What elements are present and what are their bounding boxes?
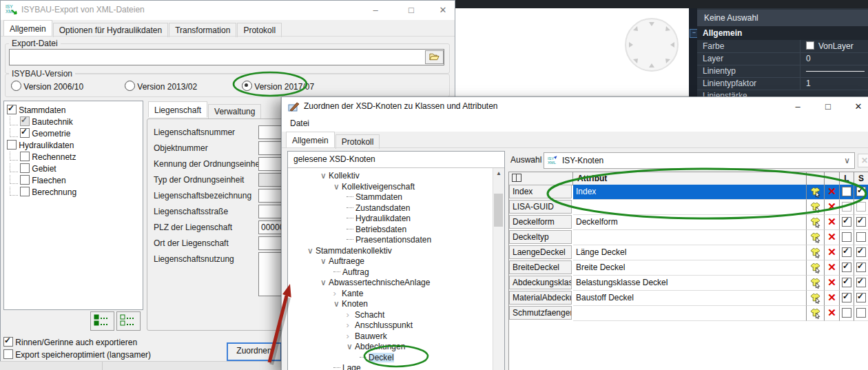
attribute-picker-icon[interactable]	[810, 202, 820, 213]
l-checkbox-cell[interactable]	[839, 291, 854, 306]
main-tab-0[interactable]: Allgemein	[3, 20, 52, 36]
xsd-tree-item-stammdatenkollektiv[interactable]: ∨Stammdatenkollektiv	[307, 246, 392, 256]
row-header-deckelform[interactable]: Deckelform	[509, 215, 572, 229]
xsd-tree-item-lage[interactable]: Lage	[333, 363, 361, 370]
s-checkbox[interactable]	[856, 187, 866, 196]
radio-icon[interactable]	[242, 81, 252, 91]
row-header-index[interactable]: Index	[509, 185, 572, 198]
property-row-3[interactable]: Linientypfaktor1	[697, 77, 868, 90]
l-checkbox[interactable]	[842, 202, 851, 212]
tree-checkbox[interactable]	[20, 175, 30, 185]
xsd-tree-item-knoten[interactable]: ∨Knoten	[333, 299, 368, 309]
xsd-tree-item-stammdaten[interactable]: Stammdaten	[347, 192, 402, 202]
option-checkbox-1[interactable]: Export speicheroptimiert (langsamer)	[3, 349, 151, 360]
column-header-name[interactable]	[509, 172, 573, 185]
clear-attribute-cell[interactable]: ✕	[824, 200, 839, 215]
attribut-cell[interactable]: Baustoff Deckel	[573, 291, 806, 306]
l-checkbox-cell[interactable]	[839, 200, 854, 215]
xsd-tree-item-anschlusspunkt[interactable]: ›Anschlusspunkt	[347, 320, 413, 330]
chevron-closed-icon[interactable]: ›	[346, 320, 355, 330]
tree-checkbox[interactable]	[7, 140, 17, 150]
s-checkbox[interactable]	[856, 308, 866, 318]
attribute-picker-cell[interactable]	[806, 245, 824, 260]
attribut-cell[interactable]	[573, 230, 806, 245]
row-header-deckeltyp[interactable]: Deckeltyp	[509, 230, 572, 244]
s-checkbox-cell[interactable]	[854, 306, 868, 321]
red-x-icon[interactable]: ✕	[827, 201, 836, 212]
browse-button[interactable]	[425, 50, 444, 64]
xsd-tree-item-auftrag[interactable]: Auftrag	[333, 267, 369, 277]
navigation-wheel[interactable]	[623, 17, 680, 73]
attribute-picker-icon[interactable]	[810, 217, 820, 228]
l-checkbox[interactable]	[842, 232, 851, 242]
data-tree-item-bautechnik[interactable]: Bautechnik	[7, 116, 73, 129]
zuordnen-button[interactable]: Zuordnen	[227, 342, 282, 361]
l-checkbox[interactable]	[842, 187, 851, 196]
s-checkbox[interactable]	[856, 278, 866, 287]
check-all-button[interactable]	[90, 311, 114, 331]
tree-checkbox[interactable]	[20, 187, 30, 196]
clear-attribute-cell[interactable]: ✕	[824, 185, 839, 200]
s-checkbox[interactable]	[856, 217, 866, 227]
attribute-picker-icon[interactable]	[810, 187, 820, 198]
l-checkbox[interactable]	[842, 308, 851, 318]
red-x-icon[interactable]: ✕	[827, 276, 836, 288]
xsd-tree-item-kollektiv[interactable]: ∨Kollektiv	[320, 171, 360, 181]
clear-attribute-cell[interactable]: ✕	[824, 291, 839, 306]
s-checkbox-cell[interactable]	[854, 276, 868, 291]
clear-selection-icon[interactable]: ✕	[858, 154, 868, 167]
main-tab-1[interactable]: Optionen für Hydraulikdaten	[53, 23, 168, 37]
main-tab-2[interactable]: Transformation	[169, 23, 236, 37]
attribute-picker-icon[interactable]	[810, 232, 820, 243]
attribut-cell[interactable]: Belastungsklasse Deckel	[573, 276, 806, 291]
l-checkbox[interactable]	[842, 293, 851, 302]
attribute-picker-cell[interactable]	[806, 306, 824, 321]
s-checkbox[interactable]	[856, 202, 866, 212]
attribute-picker-icon[interactable]	[810, 278, 820, 289]
tree-checkbox[interactable]	[20, 128, 30, 138]
radio-icon[interactable]	[125, 81, 135, 91]
property-row-0[interactable]: FarbeVonLayer	[697, 40, 868, 53]
s-checkbox-cell[interactable]	[854, 260, 868, 276]
titlebar[interactable]: ISY XML ISYBAU-Export von XML-Dateien – …	[1, 1, 455, 20]
row-header-laengedeckel[interactable]: LaengeDeckel	[509, 245, 572, 259]
l-checkbox-cell[interactable]	[839, 215, 854, 230]
chevron-open-icon[interactable]: ∨	[320, 171, 329, 181]
data-tree-item-stammdaten[interactable]: Stammdaten	[7, 105, 65, 115]
l-checkbox-cell[interactable]	[839, 185, 854, 200]
chevron-closed-icon[interactable]: ›	[346, 331, 355, 341]
red-x-icon[interactable]: ✕	[827, 246, 836, 258]
attribut-cell[interactable]: Deckelform	[573, 215, 806, 230]
l-checkbox-cell[interactable]	[839, 260, 854, 276]
data-tree-item-geometrie[interactable]: Geometrie	[7, 128, 70, 141]
menu-datei[interactable]: Datei	[290, 119, 309, 128]
clear-attribute-cell[interactable]: ✕	[824, 260, 839, 276]
dialog-close-button[interactable]: ✕	[849, 98, 867, 116]
attribute-picker-cell[interactable]	[806, 291, 824, 306]
attribute-picker-icon[interactable]	[810, 293, 820, 304]
red-x-icon[interactable]: ✕	[827, 261, 836, 273]
column-header-attribut[interactable]: Attribut	[573, 172, 806, 185]
xsd-tree-item-auftraege[interactable]: ∨Auftraege	[320, 256, 364, 266]
property-row-2[interactable]: Linientyp	[697, 65, 868, 78]
xsd-tree-scrollbar[interactable]: ▲	[493, 168, 504, 370]
color-swatch[interactable]	[806, 41, 814, 50]
s-checkbox-cell[interactable]	[854, 230, 868, 245]
data-tree-item-berechnung[interactable]: Berechnung	[7, 187, 76, 199]
l-checkbox-cell[interactable]	[839, 230, 854, 245]
chevron-open-icon[interactable]: ∨	[307, 246, 316, 256]
property-row-1[interactable]: Layer0	[697, 52, 868, 65]
attribute-picker-cell[interactable]	[806, 200, 824, 215]
xsd-tree-item-zustandsdaten[interactable]: Zustandsdaten	[347, 203, 410, 213]
checkbox-icon[interactable]	[3, 349, 13, 359]
form-tab-0[interactable]: Liegenschaft	[148, 101, 207, 117]
tree-checkbox[interactable]	[20, 116, 30, 126]
clear-attribute-cell[interactable]: ✕	[824, 245, 839, 260]
checkbox-icon[interactable]	[3, 337, 13, 347]
s-checkbox[interactable]	[856, 232, 866, 242]
attribut-cell[interactable]	[573, 200, 806, 215]
l-checkbox[interactable]	[842, 247, 851, 257]
export-file-input[interactable]	[9, 49, 444, 65]
s-checkbox-cell[interactable]	[854, 291, 868, 306]
attribute-picker-cell[interactable]	[806, 185, 824, 200]
